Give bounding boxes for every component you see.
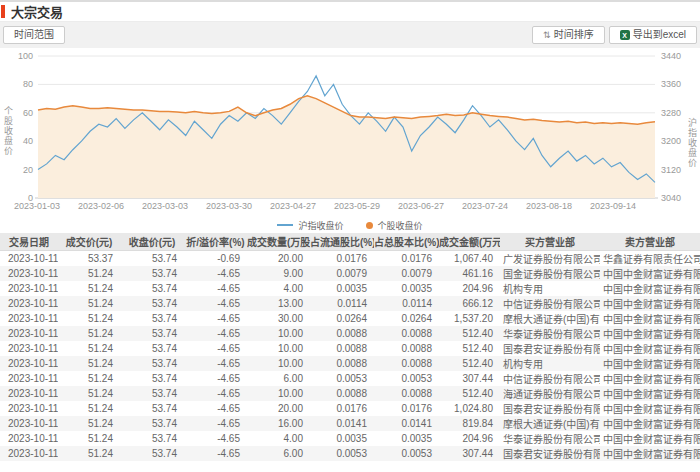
table-cell: 2023-10-11 [0, 266, 58, 281]
table-cell: -4.65 [184, 296, 247, 311]
table-cell: 0.0053 [310, 446, 374, 461]
svg-text:40: 40 [23, 136, 33, 146]
table-cell: 53.74 [120, 311, 184, 326]
table-cell: 中国中金财富证券有限公司... [600, 326, 700, 341]
sort-by-time-button[interactable]: ⇅ 时间排序 [532, 26, 605, 44]
table-cell: 中国中金财富证券有限公司... [600, 341, 700, 356]
table-cell: 53.74 [120, 416, 184, 431]
table-cell: 6.00 [247, 446, 310, 461]
column-header: 交易日期 [0, 233, 58, 250]
table-cell: 1,067.40 [439, 250, 500, 266]
table-cell: -4.65 [184, 356, 247, 371]
table-row[interactable]: 2023-10-1151.2453.74-4.656.000.00530.005… [0, 446, 700, 461]
table-cell: 中国中金财富证券有限公司... [600, 281, 700, 296]
table-row[interactable]: 2023-10-1151.2453.74-4.6510.000.00880.00… [0, 356, 700, 371]
table-cell: 0.0088 [310, 341, 374, 356]
table-cell: 10.00 [247, 356, 310, 371]
table-cell: 0.0264 [374, 311, 439, 326]
table-row[interactable]: 2023-10-1151.2453.74-4.654.000.00350.003… [0, 431, 700, 446]
table-cell: -4.65 [184, 266, 247, 281]
column-header: 占总股本比(%) [374, 233, 439, 250]
legend-index-label: 沪指收盘价 [298, 219, 343, 232]
column-header: 买方营业部 [500, 233, 600, 250]
table-body: 2023-10-1153.3753.74-0.6920.000.01760.01… [0, 250, 700, 461]
table-row[interactable]: 2023-10-1151.2453.74-4.659.000.00790.007… [0, 266, 700, 281]
table-cell: 53.74 [120, 386, 184, 401]
table-row[interactable]: 2023-10-1151.2453.74-4.6530.000.02640.02… [0, 311, 700, 326]
table-cell: 51.24 [58, 266, 120, 281]
table-cell: 51.24 [58, 371, 120, 386]
table-cell: -4.65 [184, 311, 247, 326]
table-cell: 512.40 [439, 356, 500, 371]
table-cell: 307.44 [439, 371, 500, 386]
table-cell: 4.00 [247, 281, 310, 296]
left-axis-title: 个股收盘价 [2, 106, 15, 156]
table-cell: -4.65 [184, 281, 247, 296]
table-cell: 1,024.80 [439, 401, 500, 416]
table-cell: 0.0053 [374, 446, 439, 461]
column-header: 收盘价(元) [120, 233, 184, 250]
table-cell: 307.44 [439, 446, 500, 461]
table-cell: 13.00 [247, 296, 310, 311]
table-row[interactable]: 2023-10-1151.2453.74-4.6520.000.01760.01… [0, 401, 700, 416]
table-cell: 51.24 [58, 281, 120, 296]
table-cell: 0.0088 [310, 386, 374, 401]
table-row[interactable]: 2023-10-1151.2453.74-4.6516.000.01410.01… [0, 416, 700, 431]
table-row[interactable]: 2023-10-1153.3753.74-0.6920.000.01760.01… [0, 250, 700, 266]
table-cell: 中国中金财富证券有限公司... [600, 416, 700, 431]
table-header-row: 交易日期成交价(元)收盘价(元)折/溢价率(%)成交数量(万股)占流通股比(%)… [0, 233, 700, 250]
svg-text:3120: 3120 [661, 165, 681, 175]
table-cell: 512.40 [439, 341, 500, 356]
table-cell: 0.0088 [374, 341, 439, 356]
table-cell: 0.0088 [310, 326, 374, 341]
svg-text:2023-03-03: 2023-03-03 [142, 201, 188, 211]
table-cell: 0.0141 [374, 416, 439, 431]
table-cell: 0.0176 [310, 250, 374, 266]
table-cell: 51.24 [58, 446, 120, 461]
table-cell: 53.74 [120, 446, 184, 461]
time-range-label: 时间范围 [14, 30, 54, 40]
excel-icon: X [620, 30, 630, 40]
legend-item-stock[interactable]: 个股收盘价 [366, 219, 423, 232]
table-cell: 华鑫证券有限责任公司上海... [600, 250, 700, 266]
export-excel-button[interactable]: X 导出到excel [609, 26, 697, 44]
sort-icon: ⇅ [543, 31, 551, 40]
table-cell: 0.0035 [374, 281, 439, 296]
table-cell: 摩根大通证券(中国)有限公司... [500, 416, 600, 431]
table-cell: 2023-10-11 [0, 416, 58, 431]
table-row[interactable]: 2023-10-1151.2453.74-4.6510.000.00880.00… [0, 386, 700, 401]
time-range-button[interactable]: 时间范围 [3, 26, 65, 44]
svg-text:80: 80 [23, 79, 33, 89]
chart-canvas[interactable]: 0304020312040320060328080336010034402023… [0, 48, 700, 212]
table-cell: 53.74 [120, 250, 184, 266]
table-row[interactable]: 2023-10-1151.2453.74-4.654.000.00350.003… [0, 281, 700, 296]
table-row[interactable]: 2023-10-1151.2453.74-4.6513.000.01140.01… [0, 296, 700, 311]
table-cell: 0.0035 [310, 281, 374, 296]
table-cell: 51.24 [58, 416, 120, 431]
table-cell: 0.0053 [310, 371, 374, 386]
table-cell: 512.40 [439, 326, 500, 341]
table-cell: 53.74 [120, 431, 184, 446]
table-cell: 2023-10-11 [0, 296, 58, 311]
table-cell: -4.65 [184, 401, 247, 416]
table-cell: -4.65 [184, 416, 247, 431]
toolbar: 时间范围 ⇅ 时间排序 X 导出到excel [0, 22, 700, 48]
svg-text:100: 100 [18, 51, 33, 61]
column-header: 折/溢价率(%) [184, 233, 247, 250]
table-cell: 53.37 [58, 250, 120, 266]
legend-stock-label: 个股收盘价 [378, 219, 423, 232]
table-row[interactable]: 2023-10-1151.2453.74-4.656.000.00530.005… [0, 371, 700, 386]
table-cell: 204.96 [439, 431, 500, 446]
table-cell: 0.0176 [374, 250, 439, 266]
table-cell: 53.74 [120, 326, 184, 341]
table-cell: 2023-10-11 [0, 401, 58, 416]
table-row[interactable]: 2023-10-1151.2453.74-4.6510.000.00880.00… [0, 341, 700, 356]
table-row[interactable]: 2023-10-1151.2453.74-4.6510.000.00880.00… [0, 326, 700, 341]
legend-item-index[interactable]: 沪指收盘价 [277, 219, 343, 232]
table-cell: 512.40 [439, 386, 500, 401]
table-cell: 51.24 [58, 296, 120, 311]
table-cell: 16.00 [247, 416, 310, 431]
table-cell: 20.00 [247, 250, 310, 266]
table-cell: 2023-10-11 [0, 356, 58, 371]
table-cell: 0.0088 [374, 386, 439, 401]
